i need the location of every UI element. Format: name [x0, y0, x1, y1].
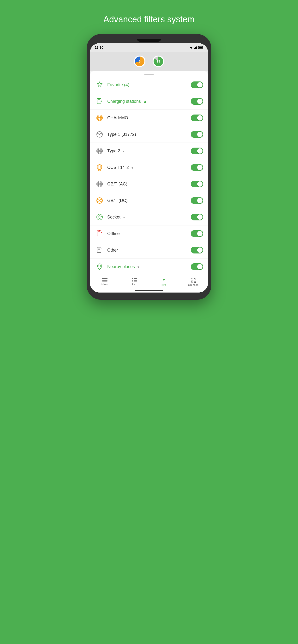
- other-label: Other: [107, 248, 191, 253]
- page-title: Advanced filters system: [103, 14, 195, 24]
- socket-chevron: ▼: [123, 216, 125, 219]
- type2-label: Type 2 ▼: [107, 148, 191, 154]
- nav-menu[interactable]: Menu: [98, 278, 112, 286]
- filter-row-other[interactable]: Other: [90, 242, 208, 258]
- favorite-toggle[interactable]: [191, 82, 203, 88]
- svg-rect-73: [192, 278, 192, 279]
- drag-handle[interactable]: [90, 71, 208, 77]
- svg-rect-78: [194, 281, 195, 282]
- wifi-icon: [189, 46, 193, 49]
- filter-row-favorite[interactable]: Favorite (4): [90, 77, 208, 93]
- svg-point-29: [100, 152, 102, 152]
- charging-stations-toggle[interactable]: [191, 98, 203, 105]
- socket-toggle[interactable]: [191, 214, 203, 220]
- filter-row-gbt-dc[interactable]: GB/T (DC): [90, 192, 208, 209]
- socket-icon: [95, 212, 104, 222]
- svg-point-24: [99, 134, 100, 135]
- gbt-dc-icon: [95, 196, 104, 205]
- status-icons: [189, 46, 203, 49]
- svg-point-23: [99, 135, 100, 136]
- ccs-toggle[interactable]: [191, 164, 203, 171]
- filter-row-ccs[interactable]: CCS T1/T2 ▼: [90, 159, 208, 176]
- filter-row-type1[interactable]: Type 1 (J1772): [90, 126, 208, 143]
- svg-point-15: [97, 116, 99, 118]
- filter-row-type2[interactable]: Type 2 ▼: [90, 143, 208, 159]
- filter-row-charging-stations[interactable]: Charging stations ▲: [90, 93, 208, 110]
- svg-point-31: [97, 164, 102, 170]
- qr-icon: [191, 278, 196, 283]
- nav-filter[interactable]: Filter: [157, 278, 171, 286]
- svg-point-62: [99, 265, 100, 267]
- svg-point-19: [99, 118, 100, 118]
- favorite-label: Favorite (4): [107, 82, 191, 88]
- svg-rect-68: [132, 280, 133, 280]
- gbt-ac-icon: [95, 179, 104, 189]
- svg-point-45: [98, 199, 99, 200]
- type2-toggle[interactable]: [191, 148, 203, 154]
- type2-icon: [95, 146, 104, 156]
- filter-row-offline[interactable]: Offline: [90, 226, 208, 242]
- home-bar: [135, 290, 163, 290]
- svg-point-43: [99, 183, 100, 185]
- status-time: 12:30: [95, 46, 103, 49]
- type1-icon: [95, 130, 104, 139]
- svg-point-49: [99, 200, 100, 201]
- type1-toggle[interactable]: [191, 131, 203, 138]
- gbt-ac-toggle[interactable]: [191, 181, 203, 187]
- phone-frame: 12:30: [87, 34, 211, 300]
- offline-label: Offline: [107, 231, 191, 236]
- svg-point-22: [100, 133, 102, 134]
- svg-rect-81: [195, 282, 196, 283]
- nav-filter-label: Filter: [161, 283, 167, 286]
- drag-bar: [144, 74, 154, 75]
- svg-marker-1: [190, 48, 192, 49]
- chademo-toggle[interactable]: [191, 114, 203, 121]
- nearby-chevron: ▼: [137, 266, 140, 269]
- status-bar: 12:30: [90, 43, 208, 52]
- svg-point-33: [100, 166, 101, 167]
- svg-rect-80: [194, 282, 195, 283]
- gbt-dc-toggle[interactable]: [191, 197, 203, 204]
- nav-qrcode[interactable]: QR code: [186, 278, 201, 286]
- socket-label: Socket ▼: [107, 215, 191, 220]
- chademo-icon: [95, 113, 104, 123]
- filter-panel: Favorite (4) Charging stations ▲: [90, 71, 208, 292]
- ccs-label: CCS T1/T2 ▼: [107, 165, 191, 170]
- filter-row-nearby[interactable]: Nearby places ▼: [90, 258, 208, 275]
- charging-station-icon: [95, 96, 104, 106]
- svg-point-30: [99, 150, 100, 152]
- home-indicator: [90, 288, 208, 292]
- svg-rect-70: [132, 282, 133, 282]
- chademo-label: CHAdeMO: [107, 116, 191, 120]
- filter-icon: [162, 278, 166, 283]
- gbt-ac-label: GB/T (AC): [107, 182, 191, 187]
- offline-toggle[interactable]: [191, 230, 203, 237]
- svg-rect-65: [102, 282, 107, 282]
- map-marker-2: 13: [153, 56, 164, 67]
- svg-rect-4: [196, 46, 197, 49]
- nav-list[interactable]: List: [127, 278, 141, 286]
- other-icon: [95, 245, 104, 255]
- svg-point-21: [98, 133, 99, 134]
- svg-rect-77: [192, 281, 192, 282]
- svg-rect-37: [100, 170, 101, 170]
- svg-rect-10: [98, 100, 100, 101]
- svg-point-39: [98, 182, 99, 184]
- nearby-icon: [95, 262, 104, 272]
- map-preview: 6 13: [90, 52, 208, 71]
- menu-icon: [102, 278, 107, 282]
- svg-point-17: [97, 118, 99, 120]
- svg-point-40: [100, 182, 102, 184]
- nearby-toggle[interactable]: [191, 263, 203, 270]
- svg-point-47: [98, 201, 99, 202]
- filter-row-chademo[interactable]: CHAdeMO: [90, 110, 208, 126]
- ccs-icon: [95, 163, 104, 172]
- filter-row-gbt-ac[interactable]: GB/T (AC): [90, 176, 208, 192]
- filter-row-socket[interactable]: Socket ▼: [90, 209, 208, 226]
- other-toggle[interactable]: [191, 247, 203, 254]
- charging-stations-label: Charging stations ▲: [107, 99, 191, 104]
- svg-rect-5: [197, 46, 198, 49]
- svg-point-32: [98, 166, 99, 167]
- svg-point-26: [98, 150, 99, 151]
- nav-menu-label: Menu: [101, 283, 108, 286]
